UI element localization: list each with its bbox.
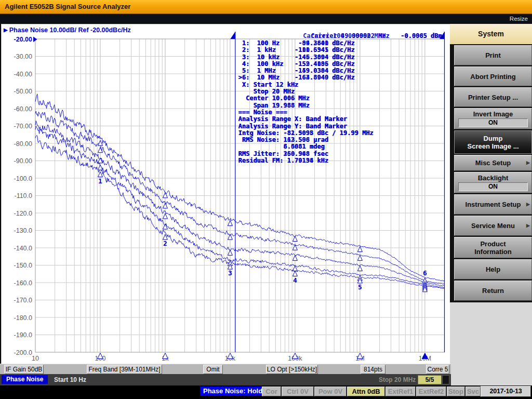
softkey-value-backlight: ON (458, 182, 528, 191)
average-counter: 5/5 (418, 375, 442, 384)
marker-readout-layer-b: 1: 100 Hz -89.2841 dBc/Hz 2: 1 kHz -111.… (238, 40, 374, 164)
carrier-readout-layer-b: Carrier 100.000002 MHz -0.0065 dBm (303, 33, 442, 39)
softkey-menu: System PrintAbort PrintingPrinter Setup … (450, 24, 532, 385)
softkey-service-menu[interactable]: Service Menu▶ (454, 216, 532, 236)
trace-settings-label[interactable]: ▶Phase Noise 10.00dB/ Ref -20.00dBc/Hz (4, 26, 131, 34)
softkey-misc-setup[interactable]: Misc Setup▶ (454, 155, 532, 171)
indicator-stop: Stop (447, 387, 465, 396)
instrument-status-bar: Phase Noise: Hold CorCtrl 0VPow 0VAttn 0… (0, 385, 532, 398)
field-points[interactable]: 814pts (361, 365, 385, 374)
status-bar-trace: Phase Noise Start 10 Hz Stop 20 MHz 5/5 (0, 374, 451, 385)
field-if-gain[interactable]: IF Gain 50dB (4, 365, 44, 374)
softkey-label: Misc Setup (475, 159, 511, 167)
indicator-ctrl: Ctrl 0V (282, 387, 314, 396)
softkey-value-invert-image: ON (458, 118, 528, 127)
softkey-product-information[interactable]: ProductInformation (454, 237, 532, 258)
indicator-pow: Pow 0V (314, 387, 347, 396)
softkey-return[interactable]: Return (454, 281, 532, 301)
field-correction[interactable]: Corre 5 (426, 365, 449, 374)
softkey-label: Screen Image ... (468, 142, 519, 150)
softkey-label: Help (486, 265, 500, 273)
datetime-display: 2017-10-13 17:13 (481, 386, 531, 397)
stop-frequency-label: Stop 20 MHz (379, 376, 416, 383)
softkey-label: Printer Setup ... (468, 94, 518, 101)
softkey-print[interactable]: Print (454, 45, 532, 65)
softkey-printer-setup[interactable]: Printer Setup ... (454, 87, 532, 107)
softkey-label: Backlight (478, 174, 509, 182)
softkey-label: Print (485, 51, 501, 59)
status-bar-measurement: IF Gain 50dBFreq Band [39M-101MHz]OmitLO… (0, 364, 451, 375)
indicator-cor: Cor (262, 387, 281, 396)
softkey-backlight[interactable]: BacklightON (454, 172, 532, 193)
softkey-label: Product (480, 240, 506, 248)
indicator-svc: Svc (466, 387, 481, 396)
carrier-readout: Carrier 49.999902 MHz -0.9985 dBm Carrie… (236, 33, 443, 40)
field-omit[interactable]: Omit (203, 365, 223, 374)
resize-control[interactable]: Resize (510, 16, 528, 22)
softkey-dump-screen-image[interactable]: DumpScreen Image ... (454, 130, 532, 154)
counter-indicator-box (442, 375, 449, 384)
softkey-label: Information (474, 248, 512, 256)
window-title: Agilent E5052B Signal Source Analyzer (5, 3, 130, 10)
top-strip: Resize (0, 14, 532, 24)
softkey-label: Service Menu (471, 222, 515, 230)
softkey-label: Invert Image (473, 110, 513, 118)
indicator-extref2: ExtRef2 (416, 387, 446, 396)
submenu-arrow-icon: ▶ (526, 158, 530, 166)
plot-window (1, 24, 451, 364)
softkey-label: Return (482, 287, 504, 295)
indicator-extref1: ExtRef1 (385, 387, 416, 396)
phase-noise-tab[interactable]: Phase Noise (2, 375, 48, 384)
softkey-invert-image[interactable]: Invert ImageON (454, 108, 532, 129)
field-lo-opt[interactable]: LO Opt [>150kHz] (266, 365, 318, 374)
softkey-label: Dump (484, 135, 503, 142)
start-frequency-label: Start 10 Hz (54, 376, 86, 383)
submenu-arrow-icon: ▶ (526, 200, 530, 208)
trace-marker-icon: ▶ (4, 27, 8, 33)
indicator-attn: Attn 0dB (347, 387, 385, 396)
softkey-abort-printing[interactable]: Abort Printing (454, 66, 532, 86)
menu-buttons: PrintAbort PrintingPrinter Setup ...Inve… (450, 45, 532, 301)
screen: Agilent E5052B Signal Source Analyzer Re… (0, 0, 532, 399)
trace-scale-label: Phase Noise 10.00dB/ Ref -20.00dBc/Hz (9, 26, 131, 34)
menu-header: System (450, 24, 532, 44)
softkey-label: Abort Printing (470, 73, 515, 81)
window-title-bar: Agilent E5052B Signal Source Analyzer (0, 0, 532, 14)
softkey-help[interactable]: Help (454, 259, 532, 280)
field-freq-band[interactable]: Freq Band [39M-101MHz] (87, 365, 162, 374)
measurement-status-badge[interactable]: Phase Noise: Hold (200, 387, 265, 396)
softkey-instrument-setup[interactable]: Instrument Setup▶ (454, 194, 532, 215)
softkey-menu-column: System PrintAbort PrintingPrinter Setup … (450, 24, 532, 302)
submenu-arrow-icon: ▶ (526, 221, 530, 229)
softkey-label: Instrument Setup (466, 201, 521, 208)
